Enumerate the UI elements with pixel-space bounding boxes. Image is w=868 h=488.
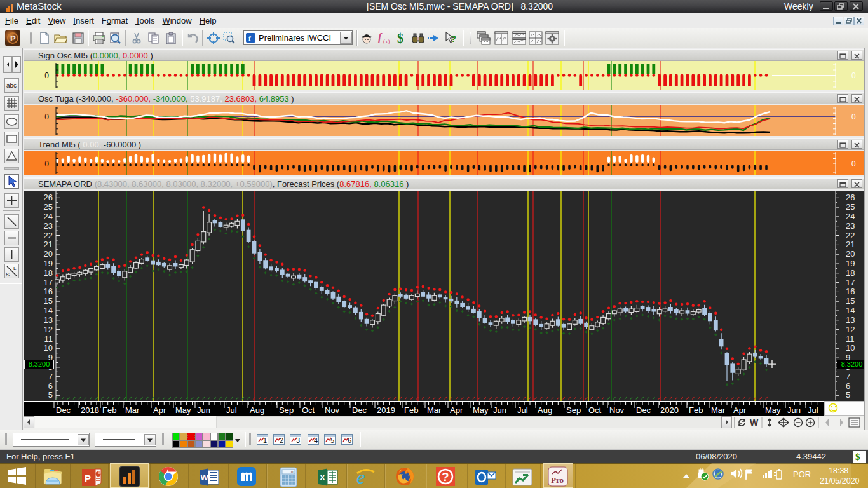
svg-text:Mar: Mar bbox=[125, 405, 140, 415]
svg-text:Feb: Feb bbox=[689, 405, 703, 415]
svg-text:2: 2 bbox=[280, 437, 283, 444]
svg-text:2019: 2019 bbox=[377, 405, 395, 415]
svg-text:Apr: Apr bbox=[153, 405, 166, 415]
svg-text:20: 20 bbox=[846, 249, 855, 259]
svg-text:25: 25 bbox=[846, 202, 855, 212]
svg-text:0: 0 bbox=[44, 71, 49, 80]
svg-text:0: 0 bbox=[851, 159, 856, 168]
svg-text:Sep: Sep bbox=[279, 405, 294, 415]
svg-text:16: 16 bbox=[44, 287, 53, 296]
svg-text:10: 10 bbox=[846, 343, 855, 353]
svg-text:Apr: Apr bbox=[450, 405, 463, 415]
svg-text:0: 0 bbox=[851, 112, 856, 121]
svg-text:6: 6 bbox=[348, 437, 351, 444]
svg-text:6: 6 bbox=[48, 381, 53, 391]
svg-text:May: May bbox=[765, 405, 781, 415]
svg-text:19: 19 bbox=[44, 259, 53, 268]
svg-text:Dec: Dec bbox=[352, 405, 367, 415]
svg-text:21: 21 bbox=[44, 240, 53, 249]
svg-text:2018: 2018 bbox=[81, 405, 99, 415]
svg-text:?: ? bbox=[442, 470, 449, 484]
svg-text:12: 12 bbox=[846, 325, 855, 334]
svg-text:Jul: Jul bbox=[517, 405, 528, 415]
svg-text:14: 14 bbox=[846, 306, 855, 315]
svg-text:POR: POR bbox=[793, 470, 811, 479]
svg-text:Aug: Aug bbox=[538, 405, 552, 415]
svg-text:26: 26 bbox=[846, 193, 855, 202]
svg-text:Dec: Dec bbox=[56, 405, 71, 415]
svg-text:Oct: Oct bbox=[588, 405, 602, 415]
svg-text:22: 22 bbox=[44, 231, 53, 240]
svg-text:5: 5 bbox=[846, 390, 850, 400]
svg-text:Jun: Jun bbox=[787, 405, 801, 415]
svg-text:Nov: Nov bbox=[325, 405, 340, 415]
svg-text:4: 4 bbox=[314, 437, 318, 444]
svg-text:$: $ bbox=[855, 452, 860, 462]
svg-text:Feb: Feb bbox=[404, 405, 418, 415]
svg-text:Jun: Jun bbox=[493, 405, 506, 415]
svg-text:21/05/2020: 21/05/2020 bbox=[820, 477, 860, 485]
svg-text:20: 20 bbox=[44, 249, 53, 259]
svg-text:25: 25 bbox=[44, 202, 53, 212]
svg-text:X: X bbox=[320, 473, 325, 482]
svg-text:11: 11 bbox=[44, 334, 53, 344]
svg-text:Sep: Sep bbox=[566, 405, 581, 415]
svg-text:10: 10 bbox=[44, 343, 53, 353]
svg-text:0: 0 bbox=[44, 112, 49, 121]
svg-text:Nov: Nov bbox=[609, 405, 625, 415]
svg-text:1: 1 bbox=[263, 437, 267, 444]
svg-text:Jun: Jun bbox=[197, 405, 210, 415]
svg-text:Oct: Oct bbox=[302, 405, 315, 415]
svg-text:Jul: Jul bbox=[226, 405, 237, 415]
svg-text:23: 23 bbox=[846, 221, 855, 231]
svg-text:P: P bbox=[85, 473, 91, 484]
svg-text:6: 6 bbox=[846, 381, 850, 391]
svg-text:3: 3 bbox=[296, 437, 300, 444]
svg-text:14: 14 bbox=[44, 306, 53, 315]
svg-text:5: 5 bbox=[48, 390, 53, 400]
svg-text:19: 19 bbox=[846, 259, 855, 268]
svg-text:W: W bbox=[750, 417, 759, 428]
svg-text:Feb: Feb bbox=[102, 405, 116, 415]
svg-text:21: 21 bbox=[846, 240, 855, 249]
svg-text:2020: 2020 bbox=[660, 405, 679, 415]
svg-text:15: 15 bbox=[44, 296, 53, 306]
svg-text:23: 23 bbox=[44, 221, 53, 231]
svg-text:Mar: Mar bbox=[711, 405, 726, 415]
svg-text:0: 0 bbox=[851, 71, 856, 80]
svg-text:0: 0 bbox=[44, 159, 49, 168]
svg-text:7: 7 bbox=[846, 372, 850, 381]
svg-text:Apr: Apr bbox=[733, 405, 747, 415]
svg-text:May: May bbox=[175, 405, 191, 415]
svg-text:Jul: Jul bbox=[808, 405, 818, 415]
svg-text:12: 12 bbox=[44, 325, 53, 334]
svg-text:Dec: Dec bbox=[636, 405, 651, 415]
svg-text:11: 11 bbox=[846, 334, 855, 344]
svg-text:24: 24 bbox=[44, 212, 53, 221]
svg-text:16: 16 bbox=[846, 287, 855, 296]
svg-text:18: 18 bbox=[44, 268, 53, 278]
svg-text:Pro: Pro bbox=[551, 475, 564, 485]
svg-text:W: W bbox=[201, 473, 209, 482]
svg-text:18: 18 bbox=[846, 268, 855, 278]
svg-text:17: 17 bbox=[44, 278, 53, 287]
svg-text:13: 13 bbox=[846, 315, 855, 325]
svg-text:15: 15 bbox=[846, 296, 855, 306]
svg-text:22: 22 bbox=[846, 231, 855, 240]
svg-text:17: 17 bbox=[846, 278, 855, 287]
svg-text:18:38: 18:38 bbox=[829, 466, 848, 475]
svg-text:13: 13 bbox=[44, 315, 53, 325]
svg-text:May: May bbox=[473, 405, 489, 415]
svg-text:5: 5 bbox=[330, 437, 334, 444]
svg-text:Mar: Mar bbox=[427, 405, 442, 415]
svg-text:24: 24 bbox=[846, 212, 855, 221]
svg-text:26: 26 bbox=[44, 193, 53, 202]
svg-text:7: 7 bbox=[48, 372, 53, 381]
svg-text:Aug: Aug bbox=[250, 405, 264, 415]
